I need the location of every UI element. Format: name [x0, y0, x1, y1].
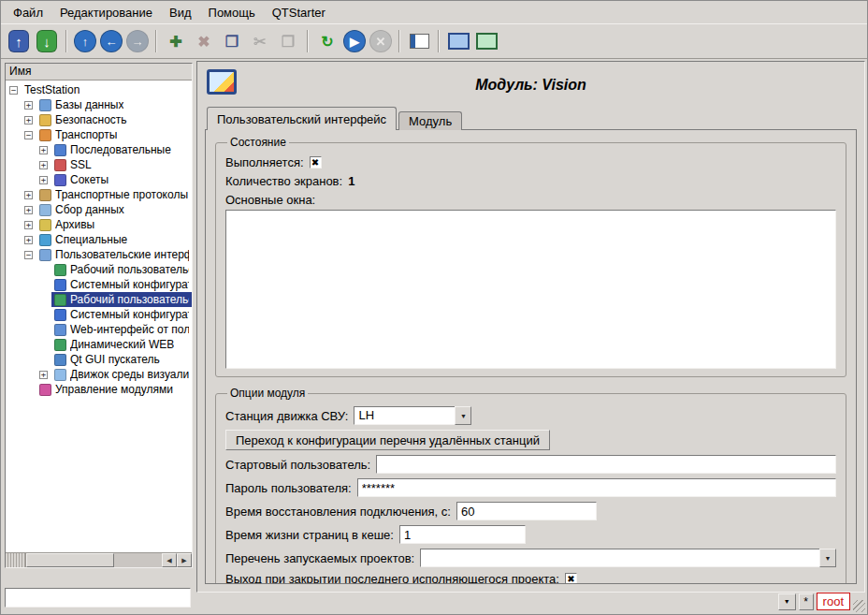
tree-item-box[interactable]: Системный конфигуратор	[51, 277, 192, 292]
tree-item-box[interactable]: Рабочий пользовательский	[51, 292, 192, 307]
tree-item-box[interactable]: Базы данных	[36, 97, 126, 112]
tree-horizontal-scrollbar[interactable]: ◀ ▶	[6, 552, 192, 567]
goto-stations-config-button[interactable]: Переход к конфигурации перечня удалённых…	[225, 430, 550, 450]
expand-icon[interactable]: +	[39, 176, 48, 184]
tree-item-box[interactable]: Транспортные протоколы	[36, 187, 191, 202]
tree-item-box[interactable]: Управление модулями	[36, 382, 176, 397]
refresh-icon[interactable]: ↻	[315, 29, 340, 53]
tree-item-modules-management[interactable]: Управление модулями	[6, 382, 192, 397]
current-user-badge[interactable]: root	[817, 593, 850, 610]
tree-item-box[interactable]: Системный конфигуратор	[51, 307, 192, 322]
menu-view[interactable]: Вид	[161, 3, 200, 22]
tree-item-vision-engine[interactable]: +Движок среды визуализ.	[6, 367, 192, 382]
expand-icon[interactable]: +	[24, 116, 33, 124]
tree-item-teststation[interactable]: −TestStation	[6, 82, 192, 97]
copy-item-icon[interactable]: ❐	[220, 29, 244, 53]
add-item-icon[interactable]: ✚	[164, 29, 188, 53]
main-windows-area[interactable]	[225, 210, 836, 369]
manual-icon[interactable]	[407, 29, 431, 53]
running-checkbox[interactable]: ✖	[310, 156, 322, 168]
cache-lifetime-input[interactable]	[399, 525, 526, 544]
expand-icon[interactable]: +	[24, 206, 33, 214]
user-password-input[interactable]	[357, 478, 836, 497]
tree-item-sockets[interactable]: +Сокеты	[6, 172, 192, 187]
scroll-left-icon[interactable]: ◀	[162, 553, 177, 567]
tree-item-box[interactable]: Сбор данных	[36, 202, 127, 217]
tree-item-work-ui-vision[interactable]: Рабочий пользовательский	[6, 292, 192, 307]
tree-item-work-ui-1[interactable]: Рабочий пользовательский	[6, 262, 192, 277]
expand-icon[interactable]: +	[24, 221, 33, 229]
load-from-db-icon[interactable]: ↑	[8, 30, 29, 52]
status-dropdown[interactable]: ▼	[778, 593, 796, 610]
tree-item-serial[interactable]: +Последовательные	[6, 142, 192, 157]
chevron-down-icon: ▼	[784, 598, 790, 605]
vision-launcher-icon[interactable]	[446, 29, 470, 53]
tree-item-user-interfaces[interactable]: −Пользовательские интерфейсы	[6, 247, 192, 262]
tree-item-box[interactable]: TestStation	[22, 82, 82, 97]
resize-grip[interactable]	[853, 600, 865, 612]
tree-item-archives[interactable]: +Архивы	[6, 217, 192, 232]
tree-item-box[interactable]: Пользовательские интерфейсы	[36, 247, 192, 262]
scroll-right-icon[interactable]: ▶	[177, 553, 192, 567]
tree-item-special[interactable]: +Специальные	[6, 232, 192, 247]
tree-item-sys-config-2[interactable]: Системный конфигуратор	[6, 307, 192, 322]
tree-item-protocols[interactable]: +Транспортные протоколы	[6, 187, 192, 202]
tree-item-daq[interactable]: +Сбор данных	[6, 202, 192, 217]
tree-column-header[interactable]: Имя	[6, 64, 192, 81]
collapse-icon[interactable]: −	[9, 86, 18, 95]
tree-item-label: Последовательные	[70, 143, 171, 156]
scroll-thumb[interactable]	[26, 553, 114, 567]
tree-item-box[interactable]: Последовательные	[51, 142, 174, 157]
save-to-db-icon[interactable]: ↓	[36, 30, 57, 52]
tree-item-box[interactable]: Web-интерфейс от польз.	[51, 322, 192, 337]
expand-icon[interactable]: +	[24, 191, 33, 199]
expand-icon[interactable]: +	[24, 236, 33, 244]
chevron-down-icon[interactable]: ▼	[455, 406, 471, 425]
exit-on-close-checkbox[interactable]: ✖	[565, 573, 577, 584]
tree-item-box[interactable]: Специальные	[36, 232, 130, 247]
tree-item-box[interactable]: Архивы	[36, 217, 97, 232]
tree-item-box[interactable]: Динамический WEB	[51, 337, 177, 352]
tree-item-security[interactable]: +Безопасность	[6, 112, 192, 127]
menu-help[interactable]: Помощь	[200, 3, 264, 22]
menu-file[interactable]: Файл	[5, 3, 51, 22]
expand-icon[interactable]: +	[39, 146, 48, 154]
menu-edit[interactable]: Редактирование	[51, 3, 161, 22]
reconnect-time-input[interactable]	[456, 502, 597, 520]
tree-item-box[interactable]: Рабочий пользовательский	[51, 262, 192, 277]
tree-item-box[interactable]: Сокеты	[51, 172, 111, 187]
projects-combobox[interactable]: ▼	[420, 549, 836, 567]
tree-item-databases[interactable]: +Базы данных	[6, 97, 192, 112]
tree-item-box[interactable]: Движок среды визуализ.	[51, 367, 192, 382]
tree-item-transports[interactable]: −Транспорты	[6, 127, 192, 142]
tree-item-dynamic-web[interactable]: Динамический WEB	[6, 337, 192, 352]
expand-icon[interactable]: +	[39, 161, 48, 169]
expand-icon[interactable]: +	[39, 371, 48, 379]
tree-item-label: Движок среды визуализ.	[70, 368, 189, 381]
menu-qtstarter[interactable]: QTStarter	[264, 3, 334, 22]
tree-item-qt-starter[interactable]: Qt GUI пускатель	[6, 352, 192, 367]
tree-item-box[interactable]: Безопасность	[36, 112, 130, 127]
tree-item-web-user[interactable]: Web-интерфейс от польз.	[6, 322, 192, 337]
up-level-icon[interactable]: ↑	[74, 30, 96, 52]
chevron-down-icon[interactable]: ▼	[819, 549, 836, 567]
collapse-icon[interactable]: −	[24, 131, 33, 139]
tab-user-interface[interactable]: Пользовательский интерфейс	[207, 107, 397, 130]
back-icon[interactable]: ←	[100, 30, 123, 52]
collapse-icon[interactable]: −	[24, 251, 33, 259]
expand-icon[interactable]: +	[24, 101, 33, 110]
tree-item-box[interactable]: Транспорты	[36, 127, 120, 142]
tab-module[interactable]: Модуль	[398, 111, 462, 130]
tree-item-box[interactable]: SSL	[51, 157, 94, 172]
station-combobox[interactable]: LH ▼	[354, 406, 471, 425]
start-updating-icon[interactable]: ▶	[343, 30, 366, 52]
tree-item-box[interactable]: Qt GUI пускатель	[51, 352, 163, 367]
scroll-grip[interactable]	[6, 553, 26, 567]
tree-item-sys-config-1[interactable]: Системный конфигуратор	[6, 277, 192, 292]
scroll-track[interactable]	[26, 553, 162, 567]
status-star-button[interactable]: *	[799, 593, 814, 610]
tree-item-ssl[interactable]: +SSL	[6, 157, 192, 172]
qtcfg-launcher-icon[interactable]	[474, 29, 499, 53]
start-user-input[interactable]	[376, 455, 836, 474]
tree-filter-input[interactable]	[5, 588, 191, 608]
